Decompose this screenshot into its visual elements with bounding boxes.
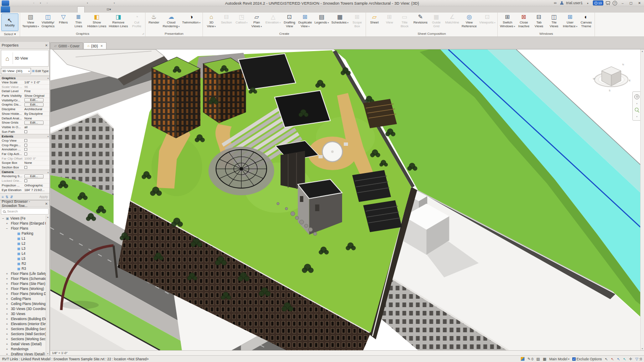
ribbon-tab[interactable] [85,6,91,13]
design-option-select[interactable]: Main Model▾ [549,357,569,361]
property-value[interactable]: Orthographic [24,184,49,187]
ribbon-button[interactable]: ▽Filters [56,13,71,31]
ribbon-tab[interactable] [98,6,105,13]
ribbon-button[interactable]: ◐Canvas Theme [579,13,594,31]
ribbon-button[interactable]: ◫Visibility/ Graphics [40,13,56,31]
ribbon-tab[interactable] [64,6,70,13]
tree-expander-icon[interactable]: + [5,272,8,276]
tree-expander-icon[interactable]: + [5,277,8,281]
property-checkbox[interactable] [24,144,27,147]
ribbon-button[interactable]: ⊠Close Inactive [516,13,531,31]
ribbon-button[interactable]: ▱Plan Views [249,13,264,31]
ribbon-tab[interactable] [1,6,10,13]
edit-type-button[interactable]: ⊞Edit Type [32,69,49,73]
ribbon-button[interactable]: ⊡Viewports [478,13,496,31]
qat-button[interactable] [58,0,63,5]
tree-expander-icon[interactable]: + [5,327,8,331]
tree-expander-icon[interactable]: + [5,307,8,311]
property-checkbox[interactable] [24,139,27,142]
apply-button[interactable]: Apply [39,195,48,199]
tree-expander-icon[interactable]: + [5,287,8,291]
property-value[interactable]: By Discipline [24,112,49,116]
ribbon-button[interactable]: ◎View Reference [460,13,478,31]
active-workset-icon[interactable]: ▤ [536,357,540,361]
browser-tree-item[interactable]: + Floor Plans (Site Plan) [0,281,49,286]
sort-ascending-icon[interactable]: ⇅ [5,195,8,199]
browser-tree-item[interactable]: ▦ L5 [0,256,49,261]
browser-tree-item[interactable]: ▦ L1 [0,236,49,241]
ribbon-tab[interactable] [44,6,50,13]
tree-expander-icon[interactable]: + [5,352,8,356]
tree-expander-icon[interactable]: − [5,227,8,230]
type-selector-dropdown[interactable]: 3D View: {3D}▾ [1,68,31,74]
ribbon-button[interactable]: ≣Thin Lines [71,13,86,31]
qat-button[interactable] [2,0,9,6]
properties-close-icon[interactable]: ✕ [45,44,48,47]
qat-button[interactable] [18,0,23,5]
browser-tree-item[interactable]: ▦ L2 [0,241,49,246]
ribbon-button[interactable]: ⊡Drafting View [282,13,297,31]
browser-tree-item[interactable]: + Elevations (Interior Elevatio [0,321,49,326]
browser-tree-item[interactable]: ▦ R2 [0,261,49,266]
ribbon-button[interactable]: ☁Cloud Rendering [161,13,181,31]
qat-button[interactable] [71,0,76,5]
browser-tree-item[interactable]: − Floor Plans [0,226,49,231]
property-edit-button[interactable]: Edit... [24,121,44,125]
property-checkbox[interactable] [24,148,27,151]
tree-expander-icon[interactable]: − [2,217,5,220]
property-checkbox[interactable] [24,179,27,182]
ribbon-button[interactable]: ◑Twinmotion [181,13,202,31]
browser-tree-item[interactable]: + Drafting Views (Detail) [0,352,49,355]
ribbon-tab[interactable] [23,6,30,13]
property-checkbox[interactable] [24,130,27,133]
ribbon-button[interactable]: ⊞Switch Windows [499,13,516,31]
ribbon-button[interactable]: ⊞User Interface [561,13,579,31]
property-checkbox[interactable] [24,166,27,169]
browser-tree-item[interactable]: + Floor Plans (Working) [0,286,49,291]
tree-expander-icon[interactable]: + [5,302,8,306]
ribbon-button[interactable]: ▦Guide Grid [429,13,444,31]
qat-button[interactable] [118,0,123,5]
property-value[interactable]: None [24,116,49,120]
tree-expander-icon[interactable]: + [5,222,8,225]
ribbon-tab[interactable] [70,6,77,13]
ribbon-button[interactable]: ⊞Scope Box [350,13,365,31]
qat-button[interactable] [78,0,83,5]
ribbon-tab[interactable] [91,6,98,13]
tree-expander-icon[interactable]: + [5,347,8,351]
tree-expander-icon[interactable]: + [5,317,8,321]
qat-button[interactable] [85,0,90,5]
property-value[interactable]: Fine [24,89,49,93]
search-binoculars-icon[interactable]: ∞ [553,0,558,5]
browser-tree-item[interactable]: ▦ L4 [0,251,49,256]
ribbon-button[interactable]: ◳Callout [234,13,249,31]
user-menu-caret-icon[interactable]: ▾ [585,0,590,5]
browser-tree-item[interactable]: + Floor Plans (Working Dime [0,291,49,296]
qat-button[interactable] [11,0,16,5]
selection-toggle[interactable]: ↖ [617,357,621,361]
browser-tree-item[interactable]: + 3D Views [0,311,49,316]
zoom-icon[interactable] [635,108,639,112]
properties-help-icon[interactable]: ≡ [2,195,4,199]
ribbon-button[interactable]: ▤Legends [313,13,330,31]
ribbon-tab[interactable] [30,6,37,13]
ribbon-button[interactable]: ✎Revisions [412,13,429,31]
store-cart-icon[interactable] [606,1,610,4]
canvas-scrollbar[interactable]: ▲▼ [640,49,644,350]
ribbon-button[interactable]: ▧View Templates [21,13,40,31]
property-edit-button[interactable]: Edit... [24,98,44,102]
ribbon-button[interactable]: ⊟Tab Views [531,13,546,31]
ribbon-button[interactable]: △Elevation [264,13,282,31]
ribbon-button[interactable]: ◔Cut Profile [129,13,144,31]
browser-search-input[interactable]: Search [1,208,49,215]
project-browser-close-icon[interactable]: ✕ [45,202,48,206]
property-value[interactable]: 96 [24,85,49,89]
property-value[interactable]: 184' 7 219/2... [24,188,49,192]
ribbon-tab[interactable] [77,6,85,13]
browser-scrollbar[interactable]: ▲▼ [46,215,49,355]
steering-wheel-icon[interactable] [634,94,639,99]
selection-toggle[interactable]: ↖ [605,357,609,361]
ribbon-tab[interactable] [17,6,23,13]
ribbon-tab[interactable] [10,6,17,13]
view-tab[interactable]: ⌂ {3D} ✕ [83,42,106,49]
